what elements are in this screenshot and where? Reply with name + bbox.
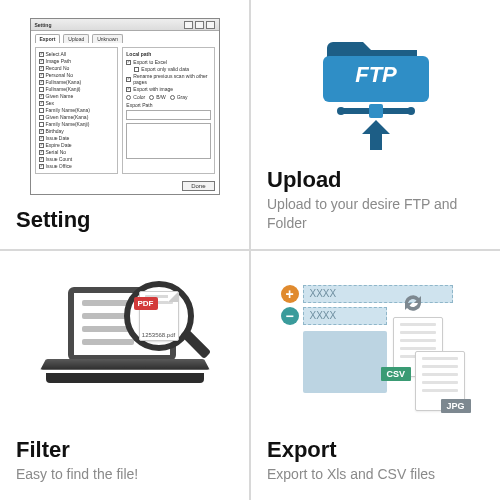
svg-point-1 (337, 107, 345, 115)
done-button: Done (182, 181, 214, 191)
dialog-left-column: Select All Image Path Record No Personal… (35, 47, 119, 174)
ftp-upload-icon: FTP (311, 22, 441, 152)
dialog-tabs: Export Upload Unknown (31, 31, 219, 43)
card-title-upload: Upload (267, 166, 484, 194)
cycle-arrows-icon (399, 289, 427, 317)
tab-upload: Upload (63, 34, 89, 43)
jpg-tag: JPG (441, 399, 471, 413)
setting-illustration: Setting Export Upload Unknown Select All… (16, 14, 233, 206)
card-sub-filter: Easy to find the file! (16, 465, 233, 484)
export-illustration: + − XXXX XXXX CSV JPG (267, 265, 484, 436)
export-path-label: Export Path (126, 102, 210, 108)
card-filter: PDF 1253568.pdf Filter Easy to find the … (0, 250, 250, 500)
dialog-footer: Done (31, 178, 219, 194)
feature-grid: Setting Export Upload Unknown Select All… (0, 0, 500, 500)
upload-illustration: FTP (267, 14, 484, 166)
preview-box (126, 123, 210, 159)
settings-dialog: Setting Export Upload Unknown Select All… (30, 18, 220, 195)
pdf-badge: PDF (134, 297, 158, 310)
minus-icon: − (281, 307, 299, 325)
export-box (303, 331, 387, 393)
window-min-icon (184, 21, 193, 29)
card-title-filter: Filter (16, 436, 233, 464)
filter-illustration: PDF 1253568.pdf (16, 265, 233, 436)
svg-point-2 (407, 107, 415, 115)
card-sub-export: Export to Xls and CSV files (267, 465, 484, 484)
card-upload: FTP Upload Upload to your desire FTP and… (250, 0, 500, 250)
card-setting: Setting Export Upload Unknown Select All… (0, 0, 250, 250)
ftp-label-text: FTP (355, 62, 397, 87)
check-select-all: Select All (39, 51, 115, 57)
csv-tag: CSV (381, 367, 412, 381)
window-max-icon (195, 21, 204, 29)
magnifier-icon: PDF 1253568.pdf (118, 275, 208, 385)
plus-icon: + (281, 285, 299, 303)
right-header: Local path (126, 51, 210, 57)
export-path-field (126, 110, 210, 120)
card-title-setting: Setting (16, 206, 233, 234)
tab-unknown: Unknown (92, 34, 123, 43)
card-sub-upload: Upload to your desire FTP and Folder (267, 195, 484, 233)
svg-rect-3 (369, 104, 383, 118)
dialog-body: Select All Image Path Record No Personal… (31, 43, 219, 178)
tab-export: Export (35, 34, 61, 43)
dialog-titlebar: Setting (31, 19, 219, 31)
card-title-export: Export (267, 436, 484, 464)
laptop-icon: PDF 1253568.pdf (40, 287, 210, 407)
pdf-document-icon: PDF 1253568.pdf (139, 291, 179, 341)
export-strip-2: XXXX (303, 307, 387, 325)
dialog-right-column: Local path Export to Excel Export only v… (122, 47, 214, 174)
export-strip-1: XXXX (303, 285, 453, 303)
pdf-filename: 1253568.pdf (140, 332, 178, 338)
card-export: + − XXXX XXXX CSV JPG Export Expo (250, 250, 500, 500)
dialog-title: Setting (35, 22, 182, 28)
window-close-icon (206, 21, 215, 29)
